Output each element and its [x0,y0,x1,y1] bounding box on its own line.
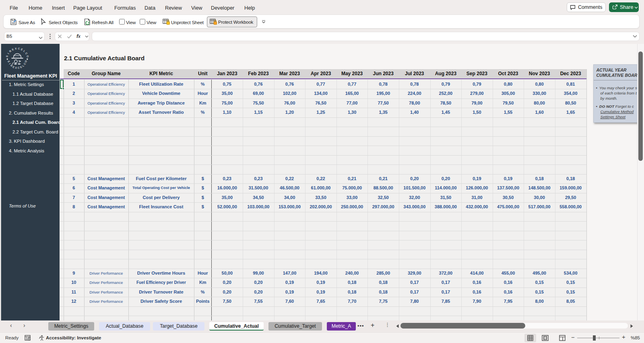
svg-text:C: C [18,47,20,50]
svg-text:S: S [5,55,8,58]
svg-text:R: R [8,49,12,53]
svg-text:X: X [15,66,17,70]
svg-text:X: X [14,47,17,50]
svg-text:L: L [23,49,26,53]
svg-text:I: I [7,52,10,54]
svg-text:S: S [7,60,10,63]
svg-text:E: E [11,47,14,51]
svg-text:E: E [21,48,23,51]
svg-text:O: O [26,55,29,58]
svg-text:C: C [25,52,28,55]
svg-text:O: O [24,60,27,63]
